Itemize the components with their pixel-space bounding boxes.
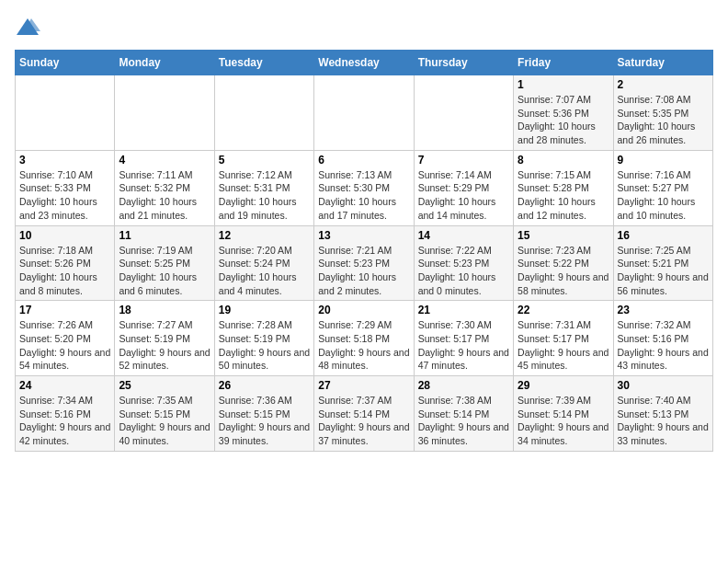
calendar-cell: 17Sunrise: 7:26 AM Sunset: 5:20 PM Dayli…	[16, 301, 115, 376]
calendar-cell: 21Sunrise: 7:30 AM Sunset: 5:17 PM Dayli…	[414, 301, 513, 376]
day-info: Sunrise: 7:21 AM Sunset: 5:23 PM Dayligh…	[318, 244, 409, 298]
calendar-cell: 4Sunrise: 7:11 AM Sunset: 5:32 PM Daylig…	[115, 150, 214, 225]
calendar-cell	[314, 75, 414, 151]
day-number: 7	[418, 154, 509, 167]
calendar-week-row: 10Sunrise: 7:18 AM Sunset: 5:26 PM Dayli…	[16, 225, 713, 301]
calendar-cell: 27Sunrise: 7:37 AM Sunset: 5:14 PM Dayli…	[314, 376, 414, 452]
calendar-cell: 29Sunrise: 7:39 AM Sunset: 5:14 PM Dayli…	[514, 376, 613, 452]
calendar-cell: 26Sunrise: 7:36 AM Sunset: 5:15 PM Dayli…	[214, 376, 313, 452]
day-number: 23	[618, 304, 709, 316]
calendar-cell: 23Sunrise: 7:32 AM Sunset: 5:16 PM Dayli…	[613, 301, 712, 376]
day-number: 1	[518, 78, 609, 91]
calendar-cell: 11Sunrise: 7:19 AM Sunset: 5:25 PM Dayli…	[115, 225, 214, 301]
day-info: Sunrise: 7:28 AM Sunset: 5:19 PM Dayligh…	[219, 318, 310, 373]
day-number: 3	[19, 154, 110, 167]
calendar-cell: 2Sunrise: 7:08 AM Sunset: 5:35 PM Daylig…	[613, 75, 712, 151]
calendar-cell: 15Sunrise: 7:23 AM Sunset: 5:22 PM Dayli…	[514, 225, 613, 301]
day-info: Sunrise: 7:10 AM Sunset: 5:33 PM Dayligh…	[19, 168, 110, 223]
day-info: Sunrise: 7:11 AM Sunset: 5:32 PM Dayligh…	[119, 168, 210, 223]
day-number: 13	[318, 229, 409, 242]
day-of-week-header: Saturday	[613, 51, 712, 75]
day-number: 21	[418, 304, 509, 316]
calendar-cell: 20Sunrise: 7:29 AM Sunset: 5:18 PM Dayli…	[314, 301, 414, 376]
day-info: Sunrise: 7:40 AM Sunset: 5:13 PM Dayligh…	[618, 394, 709, 448]
calendar-cell: 25Sunrise: 7:35 AM Sunset: 5:15 PM Dayli…	[115, 376, 214, 452]
day-number: 25	[119, 379, 210, 392]
day-of-week-header: Thursday	[414, 51, 513, 75]
day-info: Sunrise: 7:08 AM Sunset: 5:35 PM Dayligh…	[618, 93, 709, 147]
calendar-cell: 16Sunrise: 7:25 AM Sunset: 5:21 PM Dayli…	[613, 225, 712, 301]
calendar-cell: 8Sunrise: 7:15 AM Sunset: 5:28 PM Daylig…	[514, 150, 613, 225]
day-number: 19	[219, 304, 310, 316]
calendar-cell: 6Sunrise: 7:13 AM Sunset: 5:30 PM Daylig…	[314, 150, 414, 225]
day-info: Sunrise: 7:22 AM Sunset: 5:23 PM Dayligh…	[418, 244, 509, 298]
calendar-cell: 3Sunrise: 7:10 AM Sunset: 5:33 PM Daylig…	[16, 150, 115, 225]
day-info: Sunrise: 7:12 AM Sunset: 5:31 PM Dayligh…	[219, 168, 310, 223]
day-number: 24	[19, 379, 110, 392]
day-info: Sunrise: 7:30 AM Sunset: 5:17 PM Dayligh…	[418, 318, 509, 373]
day-number: 8	[518, 154, 609, 167]
day-number: 10	[19, 229, 110, 242]
calendar-week-row: 17Sunrise: 7:26 AM Sunset: 5:20 PM Dayli…	[16, 301, 713, 376]
day-number: 15	[518, 229, 609, 242]
day-info: Sunrise: 7:31 AM Sunset: 5:17 PM Dayligh…	[518, 318, 609, 373]
calendar-cell: 18Sunrise: 7:27 AM Sunset: 5:19 PM Dayli…	[115, 301, 214, 376]
day-info: Sunrise: 7:14 AM Sunset: 5:29 PM Dayligh…	[418, 168, 509, 223]
day-info: Sunrise: 7:27 AM Sunset: 5:19 PM Dayligh…	[119, 318, 210, 373]
calendar-cell	[16, 75, 115, 151]
day-number: 29	[518, 379, 609, 392]
day-number: 4	[119, 154, 210, 167]
day-number: 28	[418, 379, 509, 392]
day-info: Sunrise: 7:26 AM Sunset: 5:20 PM Dayligh…	[19, 318, 110, 373]
day-number: 26	[219, 379, 310, 392]
calendar-week-row: 3Sunrise: 7:10 AM Sunset: 5:33 PM Daylig…	[16, 150, 713, 225]
day-info: Sunrise: 7:25 AM Sunset: 5:21 PM Dayligh…	[618, 244, 709, 298]
day-info: Sunrise: 7:20 AM Sunset: 5:24 PM Dayligh…	[219, 244, 310, 298]
calendar-week-row: 1Sunrise: 7:07 AM Sunset: 5:36 PM Daylig…	[16, 75, 713, 151]
day-number: 6	[318, 154, 409, 167]
calendar-cell: 10Sunrise: 7:18 AM Sunset: 5:26 PM Dayli…	[16, 225, 115, 301]
day-number: 5	[219, 154, 310, 167]
calendar-cell: 24Sunrise: 7:34 AM Sunset: 5:16 PM Dayli…	[16, 376, 115, 452]
logo-icon	[15, 15, 40, 40]
day-info: Sunrise: 7:34 AM Sunset: 5:16 PM Dayligh…	[19, 394, 110, 448]
day-info: Sunrise: 7:13 AM Sunset: 5:30 PM Dayligh…	[318, 168, 409, 223]
day-info: Sunrise: 7:29 AM Sunset: 5:18 PM Dayligh…	[318, 318, 409, 373]
day-of-week-header: Friday	[514, 51, 613, 75]
calendar-table: SundayMondayTuesdayWednesdayThursdayFrid…	[15, 50, 713, 452]
calendar-cell	[414, 75, 513, 151]
logo	[15, 15, 44, 40]
day-of-week-header: Wednesday	[314, 51, 414, 75]
day-info: Sunrise: 7:19 AM Sunset: 5:25 PM Dayligh…	[119, 244, 210, 298]
calendar-cell: 30Sunrise: 7:40 AM Sunset: 5:13 PM Dayli…	[613, 376, 712, 452]
day-info: Sunrise: 7:36 AM Sunset: 5:15 PM Dayligh…	[219, 394, 310, 448]
day-number: 20	[318, 304, 409, 316]
day-number: 14	[418, 229, 509, 242]
day-info: Sunrise: 7:39 AM Sunset: 5:14 PM Dayligh…	[518, 394, 609, 448]
day-number: 16	[618, 229, 709, 242]
day-of-week-header: Sunday	[16, 51, 115, 75]
calendar-cell	[115, 75, 214, 151]
calendar-week-row: 24Sunrise: 7:34 AM Sunset: 5:16 PM Dayli…	[16, 376, 713, 452]
day-info: Sunrise: 7:07 AM Sunset: 5:36 PM Dayligh…	[518, 93, 609, 147]
calendar-cell: 5Sunrise: 7:12 AM Sunset: 5:31 PM Daylig…	[214, 150, 313, 225]
calendar-cell	[214, 75, 313, 151]
day-info: Sunrise: 7:23 AM Sunset: 5:22 PM Dayligh…	[518, 244, 609, 298]
day-of-week-header: Monday	[115, 51, 214, 75]
calendar-cell: 14Sunrise: 7:22 AM Sunset: 5:23 PM Dayli…	[414, 225, 513, 301]
day-info: Sunrise: 7:37 AM Sunset: 5:14 PM Dayligh…	[318, 394, 409, 448]
day-of-week-header: Tuesday	[214, 51, 313, 75]
day-number: 22	[518, 304, 609, 316]
day-info: Sunrise: 7:18 AM Sunset: 5:26 PM Dayligh…	[19, 244, 110, 298]
calendar-header-row: SundayMondayTuesdayWednesdayThursdayFrid…	[16, 51, 713, 75]
calendar-cell: 12Sunrise: 7:20 AM Sunset: 5:24 PM Dayli…	[214, 225, 313, 301]
day-number: 30	[618, 379, 709, 392]
day-info: Sunrise: 7:32 AM Sunset: 5:16 PM Dayligh…	[618, 318, 709, 373]
calendar-cell: 7Sunrise: 7:14 AM Sunset: 5:29 PM Daylig…	[414, 150, 513, 225]
day-number: 9	[618, 154, 709, 167]
day-info: Sunrise: 7:38 AM Sunset: 5:14 PM Dayligh…	[418, 394, 509, 448]
calendar-cell: 22Sunrise: 7:31 AM Sunset: 5:17 PM Dayli…	[514, 301, 613, 376]
page-header	[15, 15, 713, 40]
calendar-cell: 13Sunrise: 7:21 AM Sunset: 5:23 PM Dayli…	[314, 225, 414, 301]
day-number: 2	[618, 78, 709, 91]
